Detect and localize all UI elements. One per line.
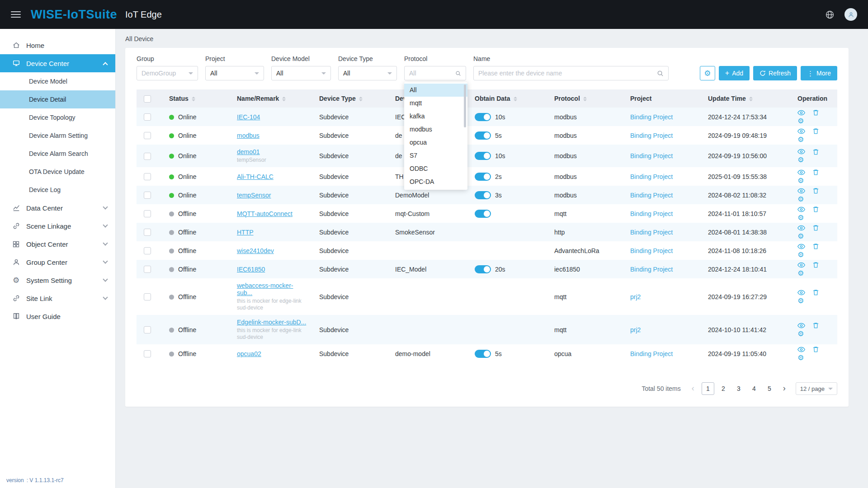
delete-icon[interactable]: [812, 261, 819, 268]
sort-icon[interactable]: [583, 97, 587, 101]
delete-icon[interactable]: [812, 346, 819, 353]
view-icon[interactable]: [797, 127, 805, 135]
view-icon[interactable]: [797, 243, 805, 250]
protocol-option-s7[interactable]: S7: [404, 149, 467, 162]
obtain-toggle[interactable]: [475, 173, 491, 181]
protocol-option-modbus[interactable]: modbus: [404, 123, 467, 136]
project-link[interactable]: Binding Project: [630, 113, 673, 121]
delete-icon[interactable]: [812, 169, 819, 176]
sidebar-item-scene-linkage[interactable]: Scene Linkage: [0, 217, 115, 235]
settings-icon[interactable]: ⚙: [797, 269, 804, 277]
project-select[interactable]: All: [205, 66, 264, 80]
settings-icon[interactable]: ⚙: [797, 195, 804, 203]
obtain-toggle[interactable]: [475, 152, 491, 160]
view-icon[interactable]: [797, 346, 805, 353]
settings-icon[interactable]: ⚙: [797, 329, 804, 338]
delete-icon[interactable]: [812, 224, 819, 231]
protocol-option-opcua[interactable]: opcua: [404, 136, 467, 149]
device-name-link[interactable]: modbus: [237, 132, 259, 139]
protocol-option-all[interactable]: All: [404, 84, 467, 97]
row-checkbox[interactable]: [144, 132, 151, 139]
sort-icon[interactable]: [514, 97, 517, 101]
prev-page-button[interactable]: ‹: [687, 382, 699, 395]
view-icon[interactable]: [797, 322, 805, 329]
more-button[interactable]: ⋮More: [801, 66, 837, 80]
protocol-option-kafka[interactable]: kafka: [404, 110, 467, 123]
menu-icon[interactable]: [11, 11, 21, 18]
device-name-link[interactable]: Ali-TH-CALC: [237, 173, 274, 180]
project-link[interactable]: Binding Project: [630, 152, 673, 160]
obtain-toggle[interactable]: [475, 350, 491, 358]
row-checkbox[interactable]: [144, 113, 151, 121]
sidebar-item-site-link[interactable]: Site Link: [0, 289, 115, 307]
device-name-link[interactable]: opcua02: [237, 350, 261, 357]
project-link[interactable]: prj2: [630, 326, 641, 333]
user-avatar[interactable]: [844, 8, 857, 21]
delete-icon[interactable]: [812, 289, 819, 296]
page-button-4[interactable]: 4: [748, 382, 760, 395]
project-link[interactable]: Binding Project: [630, 247, 673, 254]
delete-icon[interactable]: [812, 322, 819, 329]
device-name-input[interactable]: [478, 70, 657, 77]
project-link[interactable]: Binding Project: [630, 173, 673, 180]
device-name-link[interactable]: HTTP: [237, 229, 254, 236]
view-icon[interactable]: [797, 224, 805, 232]
obtain-toggle[interactable]: [475, 210, 491, 218]
column-settings-button[interactable]: ⚙: [700, 66, 715, 80]
page-size-select[interactable]: 12 / page: [796, 382, 837, 395]
view-icon[interactable]: [797, 289, 805, 296]
column-device-type[interactable]: Device Type: [312, 89, 388, 108]
sort-icon[interactable]: [282, 97, 286, 101]
view-icon[interactable]: [797, 187, 805, 195]
obtain-toggle[interactable]: [475, 113, 491, 121]
row-checkbox[interactable]: [144, 210, 151, 217]
group-select[interactable]: DemoGroup: [137, 66, 198, 80]
row-checkbox[interactable]: [144, 173, 151, 180]
device-name-link[interactable]: MQTT-autoConnect: [237, 210, 292, 217]
device-name-link[interactable]: tempSensor: [237, 192, 271, 199]
sort-icon[interactable]: [359, 97, 363, 101]
settings-icon[interactable]: ⚙: [797, 135, 804, 144]
delete-icon[interactable]: [812, 148, 819, 155]
device-name-link[interactable]: webaccess-mocker-sub...: [237, 282, 293, 296]
delete-icon[interactable]: [812, 127, 819, 135]
view-icon[interactable]: [797, 148, 805, 155]
sidebar-item-system-setting[interactable]: ⚙ System Setting: [0, 271, 115, 289]
project-link[interactable]: Binding Project: [630, 266, 673, 273]
row-checkbox[interactable]: [144, 192, 151, 199]
dropdown-scrollbar[interactable]: [464, 84, 466, 127]
sidebar-item-device-detail[interactable]: Device Detail: [0, 90, 115, 108]
project-link[interactable]: Binding Project: [630, 350, 673, 357]
add-button[interactable]: +Add: [719, 66, 750, 80]
sidebar-item-ota-device-update[interactable]: OTA Device Update: [0, 163, 115, 181]
device-type-select[interactable]: All: [338, 66, 397, 80]
column-status[interactable]: Status: [162, 89, 230, 108]
globe-icon[interactable]: [825, 10, 835, 19]
sidebar-item-group-center[interactable]: Group Center: [0, 253, 115, 271]
project-link[interactable]: Binding Project: [630, 132, 673, 139]
view-icon[interactable]: [797, 261, 805, 269]
settings-icon[interactable]: ⚙: [797, 117, 804, 125]
row-checkbox[interactable]: [144, 293, 151, 300]
sidebar-item-device-model[interactable]: Device Model: [0, 72, 115, 90]
page-button-1[interactable]: 1: [702, 382, 714, 395]
column-obtain-data[interactable]: Obtain Data: [467, 89, 547, 108]
page-button-5[interactable]: 5: [763, 382, 776, 395]
sidebar-item-user-guide[interactable]: User Guide: [0, 307, 115, 325]
protocol-select[interactable]: All: [404, 66, 466, 80]
settings-icon[interactable]: ⚙: [797, 176, 804, 185]
page-button-3[interactable]: 3: [732, 382, 745, 395]
row-checkbox[interactable]: [144, 266, 151, 273]
settings-icon[interactable]: ⚙: [797, 155, 804, 164]
settings-icon[interactable]: ⚙: [797, 213, 804, 222]
device-name-link[interactable]: demo01: [237, 148, 260, 155]
settings-icon[interactable]: ⚙: [797, 250, 804, 259]
sidebar-item-data-center[interactable]: Data Center: [0, 199, 115, 217]
settings-icon[interactable]: ⚙: [797, 353, 804, 362]
project-link[interactable]: Binding Project: [630, 210, 673, 217]
select-all-checkbox[interactable]: [144, 95, 151, 103]
column-name-remark[interactable]: Name/Remark: [230, 89, 312, 108]
delete-icon[interactable]: [812, 206, 819, 213]
view-icon[interactable]: [797, 109, 805, 117]
device-name-link[interactable]: IEC61850: [237, 266, 265, 273]
